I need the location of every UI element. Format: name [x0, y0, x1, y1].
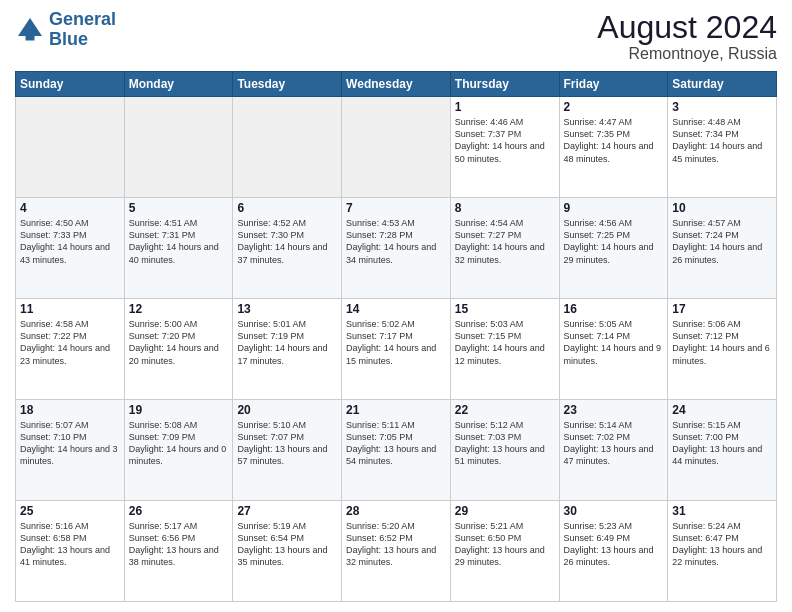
calendar-cell: 3Sunrise: 4:48 AMSunset: 7:34 PMDaylight… [668, 97, 777, 198]
day-number: 4 [20, 201, 120, 215]
day-info: Sunrise: 4:58 AMSunset: 7:22 PMDaylight:… [20, 318, 120, 367]
day-info: Sunrise: 5:12 AMSunset: 7:03 PMDaylight:… [455, 419, 555, 468]
day-info: Sunrise: 5:11 AMSunset: 7:05 PMDaylight:… [346, 419, 446, 468]
day-number: 20 [237, 403, 337, 417]
day-info: Sunrise: 4:52 AMSunset: 7:30 PMDaylight:… [237, 217, 337, 266]
calendar-table: SundayMondayTuesdayWednesdayThursdayFrid… [15, 71, 777, 602]
title-block: August 2024 Remontnoye, Russia [597, 10, 777, 63]
calendar: SundayMondayTuesdayWednesdayThursdayFrid… [15, 71, 777, 602]
calendar-cell: 25Sunrise: 5:16 AMSunset: 6:58 PMDayligh… [16, 501, 125, 602]
day-info: Sunrise: 5:00 AMSunset: 7:20 PMDaylight:… [129, 318, 229, 367]
day-info: Sunrise: 4:47 AMSunset: 7:35 PMDaylight:… [564, 116, 664, 165]
calendar-cell: 31Sunrise: 5:24 AMSunset: 6:47 PMDayligh… [668, 501, 777, 602]
day-number: 28 [346, 504, 446, 518]
day-number: 23 [564, 403, 664, 417]
day-info: Sunrise: 5:07 AMSunset: 7:10 PMDaylight:… [20, 419, 120, 468]
calendar-cell: 20Sunrise: 5:10 AMSunset: 7:07 PMDayligh… [233, 400, 342, 501]
page: General Blue August 2024 Remontnoye, Rus… [0, 0, 792, 612]
calendar-cell [342, 97, 451, 198]
day-number: 21 [346, 403, 446, 417]
day-number: 27 [237, 504, 337, 518]
calendar-cell: 5Sunrise: 4:51 AMSunset: 7:31 PMDaylight… [124, 198, 233, 299]
day-number: 11 [20, 302, 120, 316]
calendar-header: SundayMondayTuesdayWednesdayThursdayFrid… [16, 72, 777, 97]
calendar-cell: 19Sunrise: 5:08 AMSunset: 7:09 PMDayligh… [124, 400, 233, 501]
day-number: 19 [129, 403, 229, 417]
day-number: 31 [672, 504, 772, 518]
day-number: 29 [455, 504, 555, 518]
week-row-2: 11Sunrise: 4:58 AMSunset: 7:22 PMDayligh… [16, 299, 777, 400]
day-number: 10 [672, 201, 772, 215]
day-info: Sunrise: 5:16 AMSunset: 6:58 PMDaylight:… [20, 520, 120, 569]
day-number: 18 [20, 403, 120, 417]
day-number: 22 [455, 403, 555, 417]
day-number: 1 [455, 100, 555, 114]
day-number: 25 [20, 504, 120, 518]
day-info: Sunrise: 4:50 AMSunset: 7:33 PMDaylight:… [20, 217, 120, 266]
day-number: 8 [455, 201, 555, 215]
month-title: August 2024 [597, 10, 777, 45]
weekday-header-thursday: Thursday [450, 72, 559, 97]
calendar-cell: 4Sunrise: 4:50 AMSunset: 7:33 PMDaylight… [16, 198, 125, 299]
day-number: 13 [237, 302, 337, 316]
weekday-header-monday: Monday [124, 72, 233, 97]
calendar-cell: 2Sunrise: 4:47 AMSunset: 7:35 PMDaylight… [559, 97, 668, 198]
day-number: 30 [564, 504, 664, 518]
day-number: 17 [672, 302, 772, 316]
day-info: Sunrise: 4:51 AMSunset: 7:31 PMDaylight:… [129, 217, 229, 266]
day-info: Sunrise: 5:14 AMSunset: 7:02 PMDaylight:… [564, 419, 664, 468]
day-info: Sunrise: 4:57 AMSunset: 7:24 PMDaylight:… [672, 217, 772, 266]
calendar-cell: 9Sunrise: 4:56 AMSunset: 7:25 PMDaylight… [559, 198, 668, 299]
weekday-header-tuesday: Tuesday [233, 72, 342, 97]
calendar-cell [16, 97, 125, 198]
day-info: Sunrise: 5:21 AMSunset: 6:50 PMDaylight:… [455, 520, 555, 569]
calendar-cell: 27Sunrise: 5:19 AMSunset: 6:54 PMDayligh… [233, 501, 342, 602]
day-number: 15 [455, 302, 555, 316]
logo: General Blue [15, 10, 116, 50]
day-info: Sunrise: 5:20 AMSunset: 6:52 PMDaylight:… [346, 520, 446, 569]
day-info: Sunrise: 5:02 AMSunset: 7:17 PMDaylight:… [346, 318, 446, 367]
week-row-1: 4Sunrise: 4:50 AMSunset: 7:33 PMDaylight… [16, 198, 777, 299]
calendar-cell: 8Sunrise: 4:54 AMSunset: 7:27 PMDaylight… [450, 198, 559, 299]
day-number: 7 [346, 201, 446, 215]
location: Remontnoye, Russia [597, 45, 777, 63]
weekday-header-saturday: Saturday [668, 72, 777, 97]
calendar-cell: 18Sunrise: 5:07 AMSunset: 7:10 PMDayligh… [16, 400, 125, 501]
day-number: 16 [564, 302, 664, 316]
calendar-cell: 13Sunrise: 5:01 AMSunset: 7:19 PMDayligh… [233, 299, 342, 400]
weekday-row: SundayMondayTuesdayWednesdayThursdayFrid… [16, 72, 777, 97]
calendar-cell: 29Sunrise: 5:21 AMSunset: 6:50 PMDayligh… [450, 501, 559, 602]
day-info: Sunrise: 5:24 AMSunset: 6:47 PMDaylight:… [672, 520, 772, 569]
calendar-cell [233, 97, 342, 198]
weekday-header-wednesday: Wednesday [342, 72, 451, 97]
week-row-3: 18Sunrise: 5:07 AMSunset: 7:10 PMDayligh… [16, 400, 777, 501]
day-info: Sunrise: 4:46 AMSunset: 7:37 PMDaylight:… [455, 116, 555, 165]
day-info: Sunrise: 4:48 AMSunset: 7:34 PMDaylight:… [672, 116, 772, 165]
day-info: Sunrise: 5:03 AMSunset: 7:15 PMDaylight:… [455, 318, 555, 367]
svg-marker-0 [18, 18, 42, 36]
day-info: Sunrise: 5:06 AMSunset: 7:12 PMDaylight:… [672, 318, 772, 367]
logo-general: General [49, 9, 116, 29]
calendar-cell: 30Sunrise: 5:23 AMSunset: 6:49 PMDayligh… [559, 501, 668, 602]
logo-text: General Blue [49, 10, 116, 50]
calendar-cell: 24Sunrise: 5:15 AMSunset: 7:00 PMDayligh… [668, 400, 777, 501]
day-info: Sunrise: 4:56 AMSunset: 7:25 PMDaylight:… [564, 217, 664, 266]
calendar-cell [124, 97, 233, 198]
week-row-0: 1Sunrise: 4:46 AMSunset: 7:37 PMDaylight… [16, 97, 777, 198]
calendar-cell: 21Sunrise: 5:11 AMSunset: 7:05 PMDayligh… [342, 400, 451, 501]
day-number: 5 [129, 201, 229, 215]
calendar-cell: 17Sunrise: 5:06 AMSunset: 7:12 PMDayligh… [668, 299, 777, 400]
day-info: Sunrise: 5:15 AMSunset: 7:00 PMDaylight:… [672, 419, 772, 468]
day-number: 6 [237, 201, 337, 215]
day-info: Sunrise: 5:19 AMSunset: 6:54 PMDaylight:… [237, 520, 337, 569]
calendar-cell: 1Sunrise: 4:46 AMSunset: 7:37 PMDaylight… [450, 97, 559, 198]
day-info: Sunrise: 5:10 AMSunset: 7:07 PMDaylight:… [237, 419, 337, 468]
day-info: Sunrise: 5:05 AMSunset: 7:14 PMDaylight:… [564, 318, 664, 367]
day-number: 9 [564, 201, 664, 215]
calendar-cell: 7Sunrise: 4:53 AMSunset: 7:28 PMDaylight… [342, 198, 451, 299]
calendar-body: 1Sunrise: 4:46 AMSunset: 7:37 PMDaylight… [16, 97, 777, 602]
day-info: Sunrise: 4:54 AMSunset: 7:27 PMDaylight:… [455, 217, 555, 266]
day-number: 2 [564, 100, 664, 114]
calendar-cell: 12Sunrise: 5:00 AMSunset: 7:20 PMDayligh… [124, 299, 233, 400]
calendar-cell: 14Sunrise: 5:02 AMSunset: 7:17 PMDayligh… [342, 299, 451, 400]
